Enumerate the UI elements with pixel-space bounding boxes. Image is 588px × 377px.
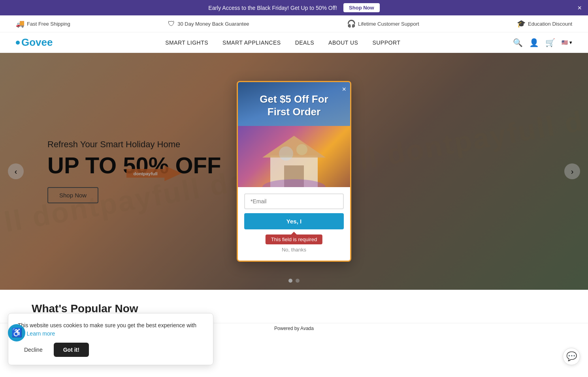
house-illustration <box>258 132 330 187</box>
top-banner: Early Access to the Black Friday! Get Up… <box>0 0 588 15</box>
info-money-back-text: 30 Day Money Back Guarantee <box>177 21 249 27</box>
logo-dot <box>16 41 20 45</box>
top-banner-close-btn[interactable]: × <box>577 4 582 12</box>
info-money-back: 🛡 30 Day Money Back Guarantee <box>168 20 249 28</box>
accessibility-icon: ♿ <box>11 328 22 338</box>
language-selector[interactable]: 🇺🇸 ▾ <box>562 39 572 45</box>
nav-links: SMART LIGHTS SMART APPLIANCES DEALS ABOU… <box>165 39 400 46</box>
nav-about-us[interactable]: ABOUT US <box>328 39 358 46</box>
svg-point-6 <box>296 144 307 155</box>
popup-body: Yes, I This field is required No, thanks <box>238 187 350 261</box>
powered-by-text: Powered by <box>274 326 300 331</box>
navbar: Govee SMART LIGHTS SMART APPLIANCES DEAL… <box>0 32 588 53</box>
popup-title: Get $5 Off For First Order <box>246 93 342 118</box>
cookie-decline-btn[interactable]: Decline <box>18 343 49 356</box>
svg-point-5 <box>279 146 293 161</box>
nav-smart-appliances[interactable]: SMART APPLIANCES <box>222 39 281 46</box>
chat-btn[interactable]: 💬 <box>563 348 580 365</box>
info-shipping: 🚚 Fast Free Shipping <box>16 19 70 28</box>
cookie-banner: This website uses cookies to make sure y… <box>8 313 213 365</box>
shipping-icon: 🚚 <box>16 19 24 28</box>
popup-overlay: × Get $5 Off For First Order <box>0 53 588 290</box>
info-shipping-text: Fast Free Shipping <box>27 21 70 27</box>
info-support: 🎧 Lifetime Customer Support <box>347 19 419 28</box>
hero-section: dontpayfull dontpayfull dontpayfull dont… <box>0 53 588 290</box>
info-education: 🎓 Education Discount <box>517 19 572 28</box>
nav-support[interactable]: SUPPORT <box>372 39 400 46</box>
headset-icon: 🎧 <box>347 19 356 28</box>
flag-icon: 🇺🇸 <box>562 39 568 45</box>
chevron-down-icon: ▾ <box>569 39 572 45</box>
info-support-text: Lifetime Customer Support <box>358 21 419 27</box>
no-thanks-btn[interactable]: No, thanks <box>244 247 344 257</box>
error-tooltip: This field is required <box>266 234 322 244</box>
cookie-actions: Decline Got it! <box>18 343 204 357</box>
top-banner-shop-btn[interactable]: Shop Now <box>343 3 380 12</box>
cookie-learn-more-link[interactable]: Learn more <box>27 330 55 337</box>
account-icon[interactable]: 👤 <box>529 38 539 47</box>
search-icon[interactable]: 🔍 <box>513 38 523 47</box>
svg-marker-3 <box>262 136 326 158</box>
popup-header: × Get $5 Off For First Order <box>238 82 350 126</box>
logo[interactable]: Govee <box>16 36 53 49</box>
graduation-icon: 🎓 <box>517 19 526 28</box>
popup-image <box>238 126 350 187</box>
top-banner-text: Early Access to the Black Friday! Get Up… <box>208 5 337 11</box>
nav-smart-lights[interactable]: SMART LIGHTS <box>165 39 208 46</box>
popup-close-btn[interactable]: × <box>342 85 346 94</box>
email-field[interactable] <box>244 193 344 209</box>
submit-btn[interactable]: Yes, I <box>244 213 344 229</box>
accessibility-btn[interactable]: ♿ <box>8 324 25 341</box>
chat-icon: 💬 <box>566 351 577 362</box>
popup-modal: × Get $5 Off For First Order <box>237 81 351 261</box>
powered-by-brand: Avada <box>300 326 314 331</box>
info-bar: 🚚 Fast Free Shipping 🛡 30 Day Money Back… <box>0 15 588 32</box>
cookie-text: This website uses cookies to make sure y… <box>18 321 204 338</box>
logo-text: Govee <box>21 36 53 49</box>
cart-icon[interactable]: 🛒 <box>545 38 555 47</box>
nav-deals[interactable]: DEALS <box>295 39 314 46</box>
cookie-accept-btn[interactable]: Got it! <box>54 343 89 357</box>
info-education-text: Education Discount <box>528 21 572 27</box>
nav-actions: 🔍 👤 🛒 🇺🇸 ▾ <box>513 38 572 47</box>
shield-icon: 🛡 <box>168 20 175 28</box>
submit-btn-wrap: Yes, I This field is required <box>244 211 344 229</box>
